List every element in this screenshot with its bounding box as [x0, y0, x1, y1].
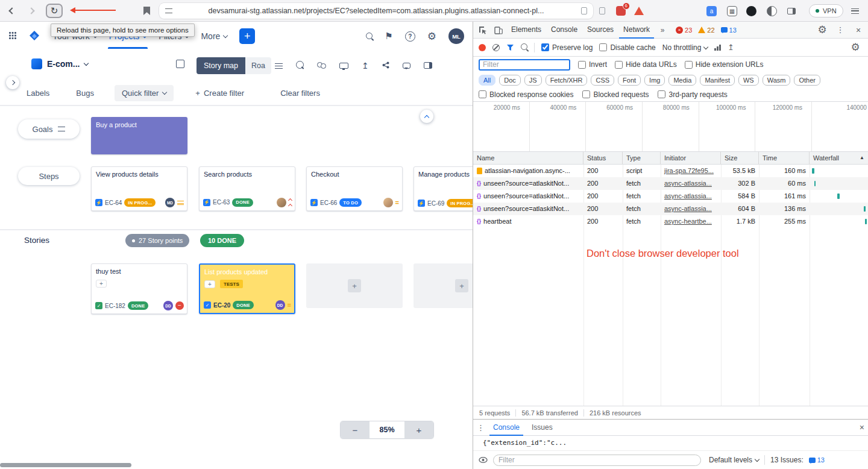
- inspect-element-button[interactable]: [476, 23, 490, 37]
- device-toolbar-button[interactable]: [491, 23, 506, 37]
- comment-button[interactable]: [403, 60, 410, 71]
- warning-count-badge[interactable]: 22: [698, 27, 714, 34]
- column-header-time[interactable]: Time: [759, 152, 810, 164]
- console-filter-input[interactable]: [493, 455, 701, 466]
- nav-more[interactable]: More: [201, 31, 227, 41]
- filter-pill-img[interactable]: Img: [644, 75, 665, 86]
- settings-button[interactable]: ⚙: [427, 31, 436, 42]
- fullscreen-icon[interactable]: [176, 60, 184, 68]
- export-button[interactable]: ↥: [362, 61, 369, 71]
- devtools-close-button[interactable]: ×: [851, 23, 866, 37]
- network-request-row[interactable]: atlassian-navigation.async-... 200 scrip…: [473, 165, 868, 177]
- network-request-row[interactable]: {}unseen?source=atlaskitNot... 200 fetch…: [473, 190, 868, 203]
- goal-card[interactable]: Buy a product: [91, 117, 187, 154]
- team-button[interactable]: [317, 60, 326, 71]
- drawer-tab-console[interactable]: Console: [489, 420, 523, 436]
- filter-pill-ws[interactable]: WS: [738, 75, 759, 86]
- issues-badge[interactable]: 13: [809, 456, 825, 464]
- filter-bugs[interactable]: Bugs: [76, 89, 94, 98]
- filter-pill-other[interactable]: Other: [794, 75, 820, 86]
- third-party-checkbox[interactable]: 3rd-party requests: [658, 90, 727, 99]
- drawer-tab-issues[interactable]: Issues: [528, 420, 556, 436]
- step-card[interactable]: Search products ⚡ EC-63 DONE: [199, 166, 295, 211]
- tab-console[interactable]: Console: [547, 22, 582, 39]
- devtools-menu-button[interactable]: ⋮: [833, 23, 848, 37]
- address-bar[interactable]: devsamurai-stg.atlassian.net/projects/EC…: [159, 3, 593, 19]
- extension-warning-button[interactable]: [634, 0, 644, 22]
- quick-filter-button[interactable]: Quick filter: [115, 85, 174, 101]
- rows-button[interactable]: [275, 60, 283, 71]
- import-har-button[interactable]: ↥: [728, 43, 734, 52]
- step-card[interactable]: Manage products ⚡ EC-69 IN PROG...: [414, 166, 473, 211]
- site-settings-icon[interactable]: [165, 7, 172, 15]
- more-tabs-button[interactable]: »: [655, 23, 670, 37]
- filter-pill-media[interactable]: Media: [668, 75, 696, 86]
- eye-icon[interactable]: [479, 457, 488, 463]
- panel-button[interactable]: [424, 60, 432, 71]
- copy-page-button[interactable]: [599, 0, 605, 22]
- network-settings-button[interactable]: ⚙: [848, 40, 863, 55]
- drawer-close-button[interactable]: ×: [860, 423, 864, 432]
- add-card-button[interactable]: +: [348, 279, 361, 292]
- zoom-out-button[interactable]: −: [341, 421, 370, 438]
- column-header-name[interactable]: Name: [473, 152, 583, 164]
- back-button[interactable]: [10, 0, 14, 22]
- console-log-line[interactable]: {"extension_id":"c...: [473, 436, 868, 451]
- empty-card-slot[interactable]: +: [306, 263, 403, 308]
- tab-story-map[interactable]: Story map: [197, 57, 245, 74]
- column-header-type[interactable]: Type: [623, 152, 661, 164]
- bookmark-button[interactable]: [143, 0, 150, 22]
- step-card[interactable]: Checkout ⚡ EC-66 TO DO =: [306, 166, 403, 211]
- tab-elements[interactable]: Elements: [507, 22, 546, 39]
- devtools-settings-button[interactable]: ⚙: [815, 23, 829, 37]
- apps-grid-button[interactable]: [8, 31, 16, 41]
- github-extension-button[interactable]: [746, 0, 756, 22]
- record-button[interactable]: [479, 44, 486, 51]
- page-tools-icon[interactable]: [581, 7, 587, 14]
- step-card[interactable]: View products details ⚡ EC-64 IN PROG...…: [91, 166, 187, 211]
- network-search-button[interactable]: [521, 43, 527, 52]
- column-header-status[interactable]: Status: [583, 152, 623, 164]
- column-header-waterfall[interactable]: Waterfall▲: [810, 152, 868, 164]
- selected-checkbox[interactable]: ✓: [204, 301, 211, 309]
- scroll-to-top-button[interactable]: [420, 110, 433, 123]
- browser-menu-button[interactable]: [851, 0, 859, 22]
- add-subcard-button[interactable]: +: [204, 280, 215, 288]
- log-levels-dropdown[interactable]: Default levels: [709, 456, 759, 464]
- clear-filters-button[interactable]: Clear filters: [280, 89, 320, 98]
- share-button[interactable]: [382, 60, 389, 71]
- tab-roadmap[interactable]: Roa: [245, 57, 271, 74]
- issues-count-badge[interactable]: 13: [721, 27, 737, 34]
- grid-extension-button[interactable]: ▦: [727, 0, 737, 22]
- blocked-cookies-checkbox[interactable]: Blocked response cookies: [479, 90, 573, 99]
- add-card-button[interactable]: +: [455, 279, 468, 292]
- story-card-selected[interactable]: List products updated +TESTS ✓ EC-20 DON…: [199, 263, 295, 314]
- filter-pill-js[interactable]: JS: [524, 75, 542, 86]
- translate-extension-button[interactable]: a: [706, 0, 717, 22]
- filter-pill-css[interactable]: CSS: [591, 75, 614, 86]
- search-button[interactable]: [366, 31, 373, 41]
- forward-button[interactable]: [29, 0, 34, 22]
- filter-pill-manifest[interactable]: Manifest: [700, 75, 735, 86]
- user-avatar[interactable]: ML: [448, 28, 464, 44]
- network-overview-timeline[interactable]: 20000 ms 40000 ms 60000 ms 80000 ms 1000…: [473, 102, 868, 152]
- panel-expander-button[interactable]: [6, 76, 19, 89]
- column-header-size[interactable]: Size: [721, 152, 759, 164]
- column-header-initiator[interactable]: Initiator: [661, 152, 721, 164]
- network-filter-input[interactable]: [479, 59, 570, 71]
- filter-funnel-icon[interactable]: [506, 44, 514, 51]
- invert-checkbox[interactable]: Invert: [578, 60, 607, 69]
- filter-pill-doc[interactable]: Doc: [499, 75, 521, 86]
- create-button[interactable]: +: [239, 28, 255, 44]
- network-request-row[interactable]: {}unseen?source=atlaskitNot... 200 fetch…: [473, 203, 868, 215]
- hide-extension-urls-checkbox[interactable]: Hide extension URLs: [685, 60, 764, 69]
- add-subcard-button[interactable]: +: [96, 280, 107, 288]
- reload-button[interactable]: ↻: [46, 4, 63, 18]
- presentation-button[interactable]: [339, 60, 348, 71]
- blocked-requests-checkbox[interactable]: Blocked requests: [582, 90, 649, 99]
- hide-data-urls-checkbox[interactable]: Hide data URLs: [615, 60, 677, 69]
- empty-card-slot[interactable]: +: [414, 263, 473, 308]
- project-breadcrumb[interactable]: E-com...: [31, 58, 88, 69]
- help-button[interactable]: ?: [405, 31, 415, 42]
- clear-button[interactable]: [492, 44, 500, 51]
